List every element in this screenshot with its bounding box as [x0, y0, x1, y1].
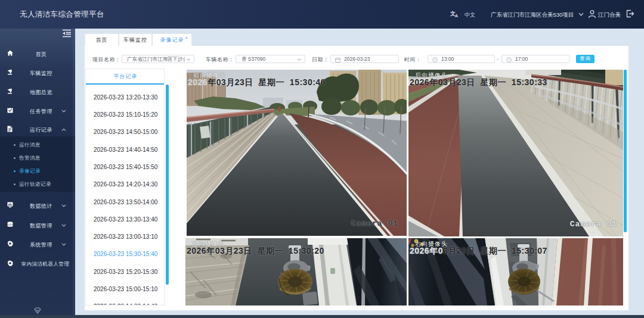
- svg-text:A: A: [455, 14, 458, 18]
